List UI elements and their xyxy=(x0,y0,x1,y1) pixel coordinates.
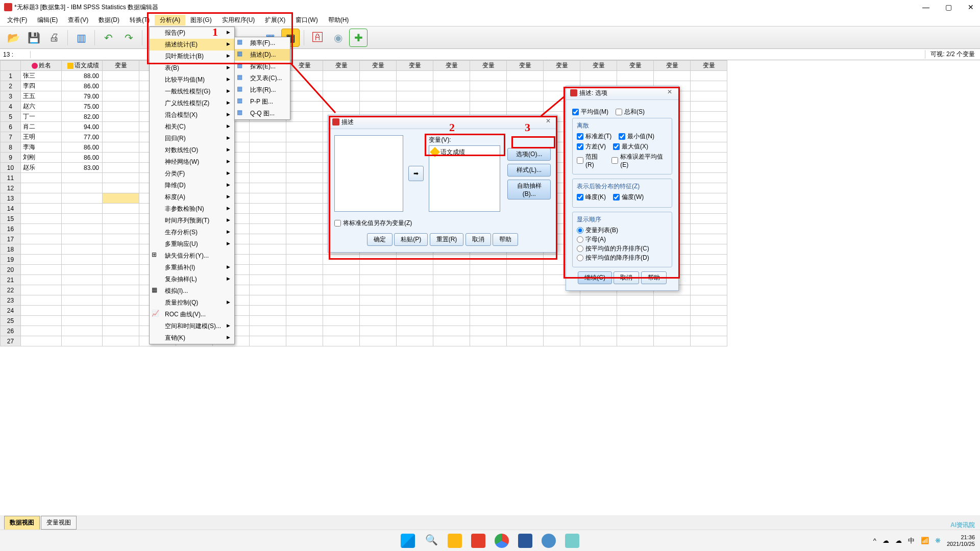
analyze-item[interactable]: 时间序列预测(T) xyxy=(150,215,234,227)
cell[interactable] xyxy=(360,91,397,102)
analyze-item[interactable]: ▦模拟(I)... xyxy=(150,285,234,297)
cell-score[interactable] xyxy=(62,336,103,346)
cell[interactable] xyxy=(691,285,727,295)
row-header[interactable]: 11 xyxy=(1,173,21,183)
menu-file[interactable]: 文件(F) xyxy=(2,15,32,26)
cell[interactable] xyxy=(323,91,360,102)
row-header[interactable]: 4 xyxy=(1,102,21,112)
cell-name[interactable] xyxy=(21,275,62,285)
cell[interactable] xyxy=(250,234,286,244)
skewness-checkbox[interactable]: 偏度(W) xyxy=(613,193,644,202)
cell-score[interactable]: 88.00 xyxy=(62,71,103,81)
cell[interactable] xyxy=(580,71,617,81)
cell[interactable] xyxy=(250,214,286,224)
cell[interactable] xyxy=(397,326,433,336)
cell-score[interactable] xyxy=(62,193,103,204)
cell[interactable] xyxy=(507,316,544,326)
analyze-item[interactable]: 复杂抽样(L) xyxy=(150,273,234,285)
analyze-item[interactable]: 📈ROC 曲线(V)... xyxy=(150,309,234,320)
row-header[interactable]: 14 xyxy=(1,204,21,214)
cell[interactable] xyxy=(617,316,654,326)
cell[interactable] xyxy=(691,275,727,285)
cell[interactable] xyxy=(470,265,507,275)
cell-name[interactable] xyxy=(21,265,62,275)
cell[interactable] xyxy=(691,112,727,122)
row-header[interactable]: 16 xyxy=(1,224,21,234)
cell[interactable] xyxy=(360,326,397,336)
cell[interactable] xyxy=(103,295,139,306)
cell[interactable] xyxy=(433,326,470,336)
cell-name[interactable] xyxy=(21,326,62,336)
cell[interactable] xyxy=(691,255,727,265)
cell[interactable] xyxy=(470,102,507,112)
reset-button[interactable]: 重置(R) xyxy=(430,233,464,246)
tray-misc-icon[interactable]: ❋ xyxy=(935,537,941,544)
search-icon[interactable]: 🔍 xyxy=(424,534,438,548)
cell[interactable] xyxy=(397,71,433,81)
cell[interactable] xyxy=(323,316,360,326)
tab-data-view[interactable]: 数据视图 xyxy=(4,516,40,530)
selected-variable[interactable]: 语文成绩 xyxy=(440,148,465,157)
target-var-list[interactable]: 语文成绩 xyxy=(429,145,500,212)
analyze-item[interactable]: 相关(C) xyxy=(150,121,234,133)
cell[interactable] xyxy=(250,204,286,214)
menu-help[interactable]: 帮助(H) xyxy=(323,15,354,26)
std-checkbox[interactable]: 标准差(T) xyxy=(577,132,611,141)
row-header[interactable]: 17 xyxy=(1,234,21,244)
cell[interactable] xyxy=(691,122,727,132)
cell[interactable] xyxy=(250,132,286,142)
desc-submenu-item[interactable]: ▦频率(F)... xyxy=(235,37,290,49)
cell-score[interactable]: 83.00 xyxy=(62,163,103,173)
cell[interactable] xyxy=(691,81,727,91)
analyze-item[interactable]: 生存分析(S) xyxy=(150,227,234,238)
cell-name[interactable]: 赵乐 xyxy=(21,163,62,173)
cell[interactable] xyxy=(360,316,397,326)
menu-view[interactable]: 查看(V) xyxy=(63,15,93,26)
cell[interactable] xyxy=(397,275,433,285)
cell[interactable] xyxy=(580,316,617,326)
cell[interactable] xyxy=(507,81,544,91)
paste-button[interactable]: 粘贴(P) xyxy=(394,233,428,246)
order-mean-desc-radio[interactable]: 按平均值的降序排序(D) xyxy=(577,254,649,262)
cell[interactable] xyxy=(507,265,544,275)
cell[interactable] xyxy=(433,91,470,102)
tray-wifi-icon[interactable]: 📶 xyxy=(921,537,929,544)
cell[interactable] xyxy=(103,306,139,316)
row-header[interactable]: 26 xyxy=(1,326,21,336)
menu-data[interactable]: 数据(D) xyxy=(93,15,125,26)
cell-name[interactable]: 王明 xyxy=(21,132,62,142)
analyze-item[interactable]: 分类(F) xyxy=(150,168,234,180)
cell[interactable] xyxy=(103,316,139,326)
cell-name[interactable] xyxy=(21,204,62,214)
menu-edit[interactable]: 编辑(E) xyxy=(32,15,63,26)
cell[interactable] xyxy=(103,224,139,234)
analyze-item[interactable]: 混合模型(X) xyxy=(150,109,234,121)
cell[interactable] xyxy=(360,102,397,112)
cell[interactable] xyxy=(507,255,544,265)
cell[interactable] xyxy=(507,306,544,316)
cell[interactable] xyxy=(286,183,323,193)
min-checkbox[interactable]: 最小值(N) xyxy=(619,132,654,141)
cell[interactable] xyxy=(323,326,360,336)
cell[interactable] xyxy=(654,316,691,326)
cell-score[interactable]: 86.00 xyxy=(62,81,103,91)
cell[interactable] xyxy=(250,326,286,336)
save-z-checkbox[interactable]: 将标准化值另存为变量(Z) xyxy=(334,219,412,228)
cell[interactable] xyxy=(250,122,286,132)
cell[interactable] xyxy=(323,81,360,91)
cell-score[interactable] xyxy=(62,295,103,306)
use-sets-icon[interactable]: ◉ xyxy=(329,29,347,47)
sum-checkbox[interactable]: 总和(S) xyxy=(616,108,645,116)
cell[interactable] xyxy=(691,295,727,306)
cell[interactable] xyxy=(360,285,397,295)
analyze-item[interactable]: 多重响应(U) xyxy=(150,238,234,250)
cell[interactable] xyxy=(286,275,323,285)
row-header[interactable]: 18 xyxy=(1,244,21,255)
tray-onedrive-icon[interactable]: ☁ xyxy=(883,537,889,544)
cell[interactable] xyxy=(470,326,507,336)
cell[interactable] xyxy=(286,234,323,244)
var-checkbox[interactable]: 方差(V) xyxy=(577,142,606,151)
cell[interactable] xyxy=(103,81,139,91)
options-cancel-button[interactable]: 取消 xyxy=(614,271,639,284)
cell[interactable] xyxy=(250,244,286,255)
